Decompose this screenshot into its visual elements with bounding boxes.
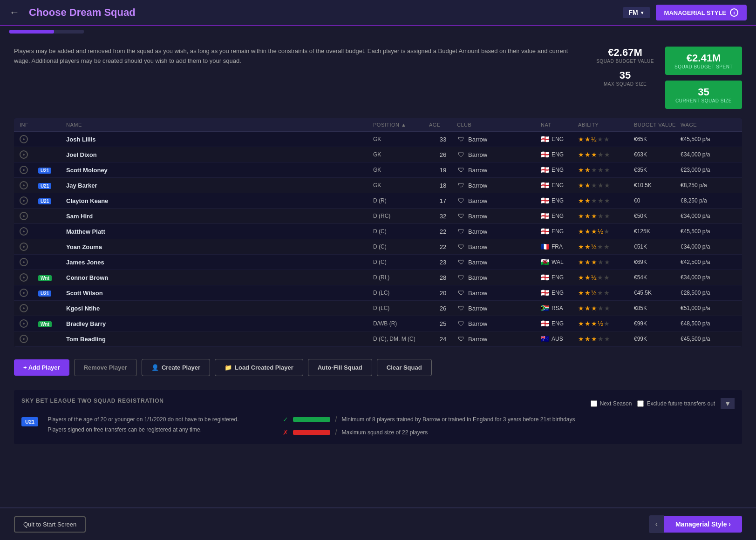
col-nat: 🏴󠁧󠁢󠁥󠁮󠁧󠁿 ENG	[541, 150, 578, 159]
inf-check: ●	[20, 273, 28, 282]
col-budget-value: €99K	[634, 320, 681, 327]
expand-button[interactable]: ▼	[721, 398, 735, 409]
badge-u21: U21	[38, 168, 51, 174]
col-position: GK	[373, 167, 429, 173]
table-row[interactable]: ● U21 Scott Moloney GK 19 🛡 Barrow 🏴󠁧󠁢󠁥󠁮…	[14, 162, 742, 178]
req-1-check: ✓	[283, 416, 288, 423]
req-row-1: ✓ / Minimum of 8 players trained by Barr…	[283, 415, 735, 424]
col-position: D (LC)	[373, 290, 429, 296]
load-created-player-button[interactable]: 📁 Load Created Player	[215, 359, 303, 376]
flag-icon: 🇿🇦	[541, 304, 550, 312]
col-budget-value: €45.5K	[634, 290, 681, 296]
col-age: 28	[429, 274, 457, 281]
flag-icon: 🏴󠁧󠁢󠁥󠁮󠁧󠁿	[541, 150, 550, 159]
current-squad-size-block: 35 CURRENT SQUAD SIZE	[665, 81, 742, 109]
table-row[interactable]: ● Yoan Zouma D (C) 22 🛡 Barrow 🇫🇷 FRA ★★…	[14, 239, 742, 255]
remove-player-button[interactable]: Remove Player	[74, 359, 137, 376]
req-2-text: Maximum squad size of 22 players	[342, 429, 428, 436]
inf-check: ●	[20, 181, 28, 189]
table-row[interactable]: ● Tom Beadling D (C), DM, M (C) 24 🛡 Bar…	[14, 331, 742, 347]
col-name: Scott Moloney	[66, 167, 373, 174]
col-ability: ★★★★★	[578, 151, 634, 158]
col-age: 18	[429, 182, 457, 189]
flag-icon: 🇫🇷	[541, 243, 550, 251]
flag-icon: 🏴󠁧󠁢󠁥󠁮󠁧󠁿	[541, 319, 550, 328]
club-name: Barrow	[468, 305, 487, 312]
table-row[interactable]: ● Josh Lillis GK 33 🛡 Barrow 🏴󠁧󠁢󠁥󠁮󠁧󠁿 ENG…	[14, 132, 742, 147]
col-wage: €48,500 p/a	[681, 320, 736, 327]
main-content: Players may be added and removed from th…	[0, 37, 756, 463]
table-row[interactable]: ● Sam Hird D (RC) 32 🛡 Barrow 🏴󠁧󠁢󠁥󠁮󠁧󠁿 EN…	[14, 209, 742, 224]
col-inf: ●	[20, 273, 38, 282]
reg-content: U21 Players of the age of 20 or younger …	[21, 415, 735, 437]
col-nat: 🏴󠁧󠁢󠁥󠁮󠁧󠁿 ENG	[541, 319, 578, 328]
next-managerial-button[interactable]: Managerial Style ›	[664, 516, 742, 533]
inf-check: ●	[20, 319, 28, 328]
req-1-bar	[293, 417, 330, 422]
squad-budget-spent-block: €2.41M SQUAD BUDGET SPENT	[665, 47, 742, 75]
auto-fill-squad-button[interactable]: Auto-Fill Squad	[308, 359, 372, 376]
col-club: 🛡 Barrow	[457, 335, 541, 343]
col-ability: ★★★★★	[578, 166, 634, 174]
reg-rule-2: Players signed on free transfers can be …	[48, 425, 273, 434]
table-row[interactable]: ● U21 Jay Barker GK 18 🛡 Barrow 🏴󠁧󠁢󠁥󠁮󠁧󠁿 …	[14, 178, 742, 193]
table-row[interactable]: ● U21 Scott Wilson D (LC) 20 🛡 Barrow 🏴󠁧…	[14, 285, 742, 301]
club-shield-icon: 🛡	[457, 243, 465, 251]
managerial-style-button[interactable]: MANAGERIAL STYLE i	[656, 5, 747, 20]
table-body: ● Josh Lillis GK 33 🛡 Barrow 🏴󠁧󠁢󠁥󠁮󠁧󠁿 ENG…	[14, 132, 742, 347]
col-wage: €8,250 p/a	[681, 197, 736, 204]
col-nat: 🏴󠁧󠁢󠁥󠁮󠁧󠁿 ENG	[541, 289, 578, 297]
col-badge: U21	[38, 197, 66, 204]
col-badge: U21	[38, 167, 66, 174]
clear-squad-button[interactable]: Clear Squad	[377, 359, 432, 376]
quit-button[interactable]: Quit to Start Screen	[14, 516, 86, 533]
inf-check: ●	[20, 227, 28, 236]
col-nat: 🏴󠁧󠁢󠁥󠁮󠁧󠁿 ENG	[541, 212, 578, 220]
col-club: 🛡 Barrow	[457, 135, 541, 143]
col-club: 🛡 Barrow	[457, 289, 541, 297]
table-row[interactable]: ● James Jones D (C) 23 🛡 Barrow 🏴󠁧󠁢󠁷󠁬󠁳󠁿 …	[14, 255, 742, 270]
add-player-button[interactable]: + Add Player	[14, 359, 69, 376]
next-season-group[interactable]: Next Season	[591, 400, 632, 407]
table-row[interactable]: ● Matthew Platt D (C) 22 🛡 Barrow 🏴󠁧󠁢󠁥󠁮󠁧…	[14, 224, 742, 239]
table-row[interactable]: ● U21 Clayton Keane D (R) 17 🛡 Barrow 🏴󠁧…	[14, 193, 742, 209]
create-player-button[interactable]: 👤 Create Player	[142, 359, 210, 376]
nat-code: WAL	[552, 259, 564, 265]
club-shield-icon: 🛡	[457, 166, 465, 174]
back-button[interactable]: ←	[9, 7, 20, 19]
col-header-club: CLUB	[457, 122, 541, 128]
exclude-future-group[interactable]: Exclude future transfers out	[637, 400, 715, 407]
prev-button[interactable]: ‹	[649, 515, 664, 533]
req-1-divider: /	[335, 415, 337, 424]
col-wage: €45,500 p/a	[681, 136, 736, 142]
col-inf: ●	[20, 227, 38, 236]
col-budget-value: €69K	[634, 259, 681, 265]
col-nat: 🇫🇷 FRA	[541, 243, 578, 251]
nat-code: ENG	[552, 182, 564, 189]
table-row[interactable]: ● Wnt Connor Brown D (RL) 28 🛡 Barrow 🏴󠁧…	[14, 270, 742, 285]
flag-icon: 🏴󠁧󠁢󠁥󠁮󠁧󠁿	[541, 289, 550, 297]
col-budget-value: €50K	[634, 213, 681, 219]
table-row[interactable]: ● Wnt Bradley Barry D/WB (R) 25 🛡 Barrow…	[14, 316, 742, 331]
exclude-future-checkbox[interactable]	[637, 400, 644, 407]
table-header: INF NAME POSITION ▲ AGE CLUB NAT ABILITY…	[14, 118, 742, 132]
next-season-checkbox[interactable]	[591, 400, 597, 407]
col-age: 32	[429, 213, 457, 220]
nat-code: ENG	[552, 151, 564, 158]
table-row[interactable]: ● Joel Dixon GK 26 🛡 Barrow 🏴󠁧󠁢󠁥󠁮󠁧󠁿 ENG …	[14, 147, 742, 162]
badge-u21: U21	[38, 183, 51, 189]
inf-check: ●	[20, 335, 28, 343]
col-inf: ●	[20, 243, 38, 251]
reg-title: SKY BET LEAGUE TWO SQUAD REGISTRATION	[21, 398, 164, 404]
reg-top: SKY BET LEAGUE TWO SQUAD REGISTRATION Ne…	[21, 398, 735, 410]
col-wage: €45,500 p/a	[681, 228, 736, 235]
inf-check: ●	[20, 166, 28, 174]
current-squad-size-label: CURRENT SQUAD SIZE	[674, 98, 733, 103]
table-row[interactable]: ● Kgosi Ntlhe D (LC) 26 🛡 Barrow 🇿🇦 RSA …	[14, 301, 742, 316]
col-wage: €34,000 p/a	[681, 151, 736, 158]
inf-check: ●	[20, 289, 28, 297]
flag-icon: 🏴󠁧󠁢󠁷󠁬󠁳󠁿	[541, 258, 550, 266]
col-budget-value: €10.5K	[634, 182, 681, 189]
badge-u21: U21	[38, 198, 51, 204]
flag-icon: 🏴󠁧󠁢󠁥󠁮󠁧󠁿	[541, 181, 550, 189]
